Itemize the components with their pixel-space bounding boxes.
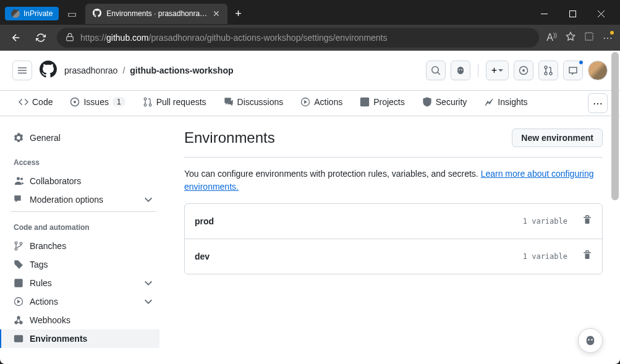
notifications-button[interactable] — [563, 61, 583, 80]
issues-count-badge: 1 — [113, 97, 125, 107]
scrollbar[interactable] — [611, 52, 619, 200]
nav-security[interactable]: Security — [416, 91, 473, 116]
browser-tab[interactable]: Environments · prasadhonrao/gith ✕ — [85, 4, 227, 24]
github-logo[interactable] — [40, 61, 57, 80]
svg-rect-26 — [15, 336, 23, 342]
back-button[interactable] — [7, 29, 25, 46]
nav-insights-label: Insights — [498, 97, 527, 107]
copilot-fab-button[interactable] — [578, 328, 603, 353]
breadcrumb-sep: / — [122, 66, 125, 75]
nav-more-button[interactable]: ⋯ — [588, 93, 608, 113]
add-button[interactable]: + — [486, 61, 509, 80]
env-variable-count: 1 variable — [523, 252, 567, 261]
sidebar-item-moderation[interactable]: Moderation options — [7, 190, 159, 209]
nav-issues-label: Issues — [83, 97, 108, 107]
chevron-down-icon — [143, 278, 153, 288]
nav-insights[interactable]: Insights — [478, 91, 533, 116]
env-name: dev — [195, 252, 210, 261]
nav-pull-requests[interactable]: Pull requests — [137, 91, 213, 116]
maximize-button[interactable] — [558, 4, 587, 23]
environment-row[interactable]: prod 1 variable — [185, 204, 602, 239]
svg-rect-2 — [67, 36, 74, 40]
sidebar-code-auto-title: Code and automation — [7, 212, 159, 237]
refresh-button[interactable] — [32, 29, 49, 46]
sidebar-item-webhooks[interactable]: Webhooks — [7, 311, 159, 329]
nav-actions[interactable]: Actions — [294, 91, 349, 116]
page-title: Environments — [184, 129, 275, 146]
issues-shortcut-button[interactable] — [514, 61, 533, 80]
svg-point-20 — [16, 262, 17, 263]
sidebar-access-title: Access — [7, 147, 159, 172]
svg-point-19 — [20, 242, 22, 245]
nav-pr-label: Pull requests — [156, 97, 206, 107]
favorite-icon[interactable] — [566, 32, 575, 44]
sidebar-item-tags[interactable]: Tags — [7, 255, 159, 274]
close-window-button[interactable] — [587, 4, 615, 23]
address-bar[interactable]: https://github.com/prasadhonrao/github-a… — [57, 28, 539, 48]
svg-rect-16 — [361, 98, 369, 106]
breadcrumb: prasadhonrao / github-actions-workshop — [64, 66, 234, 75]
nav-projects[interactable]: Projects — [354, 91, 411, 116]
sidebar-general-label: General — [30, 133, 61, 143]
nav-security-label: Security — [436, 97, 467, 107]
tab-close-icon[interactable]: ✕ — [213, 9, 220, 19]
sidebar-item-collaborators[interactable]: Collaborators — [7, 172, 159, 190]
nav-code[interactable]: Code — [12, 91, 59, 116]
copilot-button[interactable] — [451, 61, 470, 80]
pull-requests-shortcut-button[interactable] — [538, 61, 558, 80]
svg-point-14 — [149, 104, 151, 106]
tab-actions-icon[interactable]: ▭ — [61, 8, 83, 20]
sidebar-item-general[interactable]: General — [7, 129, 159, 147]
hamburger-menu-button[interactable] — [12, 61, 32, 80]
delete-environment-button[interactable] — [582, 250, 592, 263]
svg-point-17 — [15, 242, 17, 244]
collections-icon[interactable] — [584, 32, 594, 44]
svg-point-23 — [15, 321, 17, 324]
inprivate-badge[interactable]: InPrivate — [5, 7, 59, 20]
sidebar-tags-label: Tags — [30, 260, 48, 269]
svg-point-25 — [17, 316, 20, 319]
nav-actions-label: Actions — [314, 97, 342, 107]
delete-environment-button[interactable] — [582, 215, 592, 227]
sidebar-item-rules[interactable]: Rules — [7, 274, 159, 292]
svg-point-8 — [545, 72, 547, 75]
new-tab-button[interactable]: + — [230, 7, 247, 20]
nav-issues[interactable]: Issues1 — [64, 91, 131, 116]
nav-discussions[interactable]: Discussions — [218, 91, 290, 116]
nav-projects-label: Projects — [373, 97, 405, 107]
svg-point-13 — [144, 104, 147, 106]
breadcrumb-owner[interactable]: prasadhonrao — [64, 66, 117, 75]
github-favicon — [93, 9, 101, 19]
svg-point-6 — [522, 69, 525, 72]
svg-rect-21 — [15, 279, 22, 287]
chevron-down-icon — [143, 297, 153, 307]
more-icon[interactable]: ⋯ — [603, 32, 613, 44]
url-text: https://github.com/prasadhonrao/github-a… — [80, 33, 388, 43]
svg-point-7 — [545, 66, 547, 69]
minimize-button[interactable] — [530, 4, 558, 23]
breadcrumb-repo[interactable]: github-actions-workshop — [130, 66, 233, 75]
chevron-down-icon — [143, 195, 153, 205]
sidebar-item-branches[interactable]: Branches — [7, 237, 159, 255]
tab-title: Environments · prasadhonrao/gith — [106, 9, 208, 18]
svg-point-9 — [550, 72, 552, 75]
env-name: prod — [195, 216, 214, 226]
read-aloud-icon[interactable]: A)) — [546, 32, 557, 43]
svg-point-18 — [15, 248, 17, 250]
svg-rect-1 — [569, 11, 575, 17]
svg-point-12 — [144, 98, 147, 100]
sidebar-branches-label: Branches — [30, 241, 66, 251]
sidebar-moderation-label: Moderation options — [30, 195, 103, 205]
avatar[interactable] — [588, 61, 608, 80]
search-button[interactable] — [426, 61, 446, 80]
desc-text: You can configure environments with prot… — [184, 169, 481, 179]
sidebar-item-actions[interactable]: Actions — [7, 292, 159, 311]
nav-code-label: Code — [32, 97, 53, 107]
inprivate-label: InPrivate — [23, 9, 53, 18]
sidebar-environments-label: Environments — [30, 334, 87, 344]
environments-list: prod 1 variable dev 1 variable — [184, 203, 603, 274]
environment-row[interactable]: dev 1 variable — [185, 239, 602, 274]
svg-point-24 — [20, 321, 22, 324]
new-environment-button[interactable]: New environment — [512, 129, 603, 147]
sidebar-item-environments[interactable]: Environments — [0, 329, 159, 348]
